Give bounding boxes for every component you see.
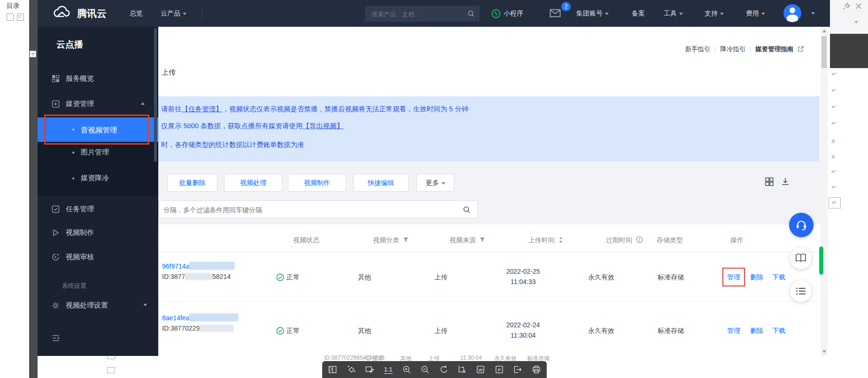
doc-outline-list-icon[interactable] <box>17 14 24 21</box>
survey-button[interactable] <box>790 280 812 302</box>
close-icon[interactable] <box>855 2 862 10</box>
pilcrow-mark: ↵ <box>831 120 837 127</box>
task-mgmt-link[interactable]: 【任务管理】 <box>182 105 223 113</box>
panel-chevron-icon[interactable] <box>854 21 858 23</box>
nav-cloud-products[interactable]: 云产品 <box>161 9 186 18</box>
sidebar-item-media-mgmt[interactable]: 媒资管理 <box>66 100 94 108</box>
filter-funnel-icon[interactable] <box>403 237 409 243</box>
zoom-out-icon[interactable] <box>417 365 433 374</box>
doc-outline-icon[interactable] <box>7 14 14 21</box>
download-link[interactable]: 下载 <box>772 273 785 282</box>
avatar[interactable] <box>783 4 801 22</box>
nav-billing[interactable]: 费用 <box>746 9 765 18</box>
scrollbar-thumb[interactable] <box>822 36 827 68</box>
video-name-link[interactable]: 8ae14fea <box>162 314 238 322</box>
manage-link[interactable]: 管理 <box>727 327 740 335</box>
notice-line3: 时，各存储类型的统计数据以计费账单数据为准 <box>161 140 304 149</box>
nav-miniprogram[interactable]: 小程序 <box>504 9 523 18</box>
export-video-link[interactable]: 【导出视频】 <box>302 122 343 130</box>
sidebar-item-media-cooling[interactable]: 媒资降冷 <box>81 174 109 183</box>
col-storage: 存储类型 <box>657 236 683 245</box>
filter-box[interactable] <box>158 201 478 218</box>
sidebar-title: 云点播 <box>56 39 83 51</box>
scroll-up-icon[interactable] <box>822 30 826 32</box>
external-link-icon[interactable] <box>798 46 804 52</box>
upload-date: 2022-02-24 <box>506 321 540 329</box>
video-audit-icon <box>52 253 60 261</box>
tencent-cloud-logo-icon[interactable] <box>52 6 71 21</box>
nav-group-account[interactable]: 集团账号 <box>576 9 609 18</box>
screenshot-crop-icon[interactable] <box>454 365 470 374</box>
storage-cell: 标准存储 <box>658 327 684 335</box>
source-cell: 上传 <box>434 327 448 335</box>
search-icon[interactable] <box>467 10 475 17</box>
print-icon[interactable] <box>528 365 544 374</box>
sidebar-item-service-overview[interactable]: 服务概览 <box>66 74 94 83</box>
upload-tab[interactable]: 上传 <box>162 68 176 77</box>
more-button[interactable]: 更多 <box>417 174 454 192</box>
navbar-divider <box>202 8 202 19</box>
filter-funnel-icon[interactable] <box>480 237 485 243</box>
sidebar-item-video-production[interactable]: 视频制作 <box>66 228 94 237</box>
collapse-sidebar-icon[interactable] <box>52 334 60 342</box>
edit-image-icon[interactable] <box>362 365 378 374</box>
card-view-icon[interactable] <box>765 177 774 186</box>
pin-icon[interactable] <box>843 2 851 10</box>
docs-button[interactable] <box>790 247 812 269</box>
guide-link-cooling[interactable]: 降冷指引 <box>720 46 745 53</box>
chevron-down-icon[interactable] <box>143 304 147 306</box>
guide-link-media-guide[interactable]: 媒资管理指南 <box>755 46 793 53</box>
filter-search-icon[interactable] <box>463 206 471 214</box>
scroll-down-icon[interactable] <box>822 350 826 353</box>
chevron-down-icon <box>679 13 683 15</box>
magic-eraser-icon[interactable] <box>343 365 359 374</box>
chevron-up-icon[interactable] <box>141 102 145 105</box>
video-produce-button[interactable]: 视频制作 <box>288 174 346 192</box>
info-icon[interactable] <box>636 236 643 243</box>
to-word-icon[interactable]: W <box>473 365 488 374</box>
processing-settings-icon <box>52 301 60 309</box>
quick-edit-button[interactable]: 快捷编辑 <box>353 174 409 192</box>
delete-link[interactable]: 删除 <box>750 327 763 335</box>
task-mgmt-icon <box>52 205 60 213</box>
actual-size-icon[interactable]: 1:1 <box>380 366 396 374</box>
table-row[interactable] <box>158 301 821 356</box>
to-pdf-icon[interactable]: P <box>491 365 507 374</box>
zoom-in-icon[interactable] <box>399 365 415 374</box>
doc-outline-expand-icon[interactable] <box>30 51 36 57</box>
guide-link-beginner[interactable]: 新手指引 <box>685 46 710 53</box>
sidebar-item-video-audit[interactable]: 视频审核 <box>66 253 94 262</box>
nav-beian[interactable]: 备案 <box>632 9 645 18</box>
video-process-button[interactable]: 视频处理 <box>224 174 282 192</box>
topbar-search[interactable] <box>365 6 480 22</box>
filter-input[interactable] <box>163 201 456 219</box>
sidebar-scrollbar[interactable] <box>154 28 157 162</box>
status-text: 正常 <box>287 327 300 335</box>
export-icon[interactable] <box>510 365 526 374</box>
sidebar-item-image-mgmt[interactable]: 图片管理 <box>81 148 109 157</box>
delete-link[interactable]: 删除 <box>750 273 763 282</box>
table-row[interactable] <box>158 252 821 301</box>
chat-support-button[interactable] <box>789 213 814 237</box>
brand-name[interactable]: 腾讯云 <box>77 7 107 20</box>
sidebar-item-processing-settings[interactable]: 视频处理设置 <box>66 301 108 310</box>
sidebar-section-label: 系统设置 <box>62 282 86 290</box>
batch-delete-button[interactable]: 批量删除 <box>167 174 217 192</box>
page-scrollbar[interactable] <box>821 27 828 356</box>
rotate-icon[interactable] <box>436 365 452 374</box>
console-screenshot: 腾讯云 总览 云产品 小程序 <box>38 0 830 356</box>
mail-icon[interactable] <box>550 8 561 18</box>
mail-badge[interactable]: 2 <box>561 2 571 11</box>
nav-tools[interactable]: 工具 <box>664 9 683 18</box>
avatar-chevron-icon[interactable] <box>811 12 815 15</box>
svg-text:P: P <box>498 368 501 372</box>
download-link[interactable]: 下载 <box>772 327 785 335</box>
sidebar-item-task-mgmt[interactable]: 任务管理 <box>66 205 94 214</box>
download-list-icon[interactable] <box>781 177 790 186</box>
nav-support[interactable]: 支持 <box>705 9 724 18</box>
search-input[interactable] <box>371 6 462 23</box>
video-name-link[interactable]: 96f9714a <box>162 262 234 270</box>
nav-overview[interactable]: 总览 <box>130 9 143 18</box>
transparency-icon[interactable] <box>325 365 341 374</box>
sort-icon[interactable] <box>558 237 563 243</box>
